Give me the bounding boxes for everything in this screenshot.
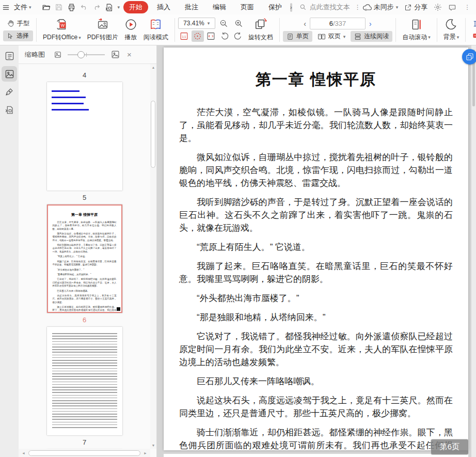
share-button[interactable]: 分享: [404, 3, 427, 12]
slider-handle[interactable]: [77, 51, 85, 58]
sync-status-button[interactable]: 未同步 ▾: [362, 3, 399, 12]
next-page-button[interactable]: ›: [366, 20, 375, 28]
single-page-view-button[interactable]: 单页: [283, 31, 312, 42]
thumbnails-panel-title: 缩略图: [25, 50, 45, 59]
save-button[interactable]: [53, 2, 65, 12]
file-menu[interactable]: 文件 ▾: [12, 2, 34, 13]
fit-width-button[interactable]: [205, 30, 217, 42]
document-page-7-edge: [164, 454, 468, 457]
close-panel-button[interactable]: ×: [127, 50, 132, 59]
toc-link: [52, 109, 89, 111]
thumbnails-icon: [5, 69, 14, 79]
actual-size-button[interactable]: 1:1: [178, 30, 191, 42]
paragraph: 我听到脚踏沙砾的声音，于是转过了身。沉默正望着一座会说话的巨石出神。这石头不久之…: [53, 244, 117, 254]
chevron-down-icon: ▾: [29, 5, 31, 10]
continuous-reading-label: 连续阅读: [364, 32, 389, 41]
pdf-to-office-button[interactable]: W PDF转Office▾: [40, 16, 84, 44]
scrollbar-thumb[interactable]: [151, 101, 155, 168]
auto-scroll-button[interactable]: 自动滚动▾: [399, 16, 434, 44]
tab-home[interactable]: 开始: [123, 1, 148, 13]
mini-page-body: 茫茫大漠，空气凝滞，如棱似镜。一队骑马人像是跟随时间静止了，虽能看见移动，却几乎…: [53, 221, 117, 312]
double-page-view-button[interactable]: 双页 ▾: [314, 31, 350, 42]
play-button[interactable]: 播放: [121, 16, 140, 44]
scroll-up-arrow-icon[interactable]: ▲: [150, 66, 156, 69]
chevron-down-icon: ▾: [78, 35, 81, 40]
outline-panel-button[interactable]: [2, 48, 17, 64]
undo-icon: [80, 3, 88, 11]
double-page-icon: [318, 33, 326, 40]
auto-scroll-label: 自动滚动: [402, 33, 427, 42]
thumbnail-horizontal-scrollbar[interactable]: ◄ ►: [19, 449, 150, 457]
more-options-kebab-icon[interactable]: ⋮: [463, 4, 472, 11]
fit-page-button[interactable]: [192, 30, 204, 42]
tab-protect[interactable]: 保护: [263, 1, 288, 13]
tabs-overflow-button[interactable]: ›: [290, 3, 292, 12]
zoom-level-select[interactable]: 73.41% ▾: [178, 18, 215, 29]
book-icon: [149, 18, 163, 31]
scroll-right-arrow-icon[interactable]: ►: [140, 451, 150, 455]
thumbnail-page-6-current[interactable]: 第一章 惶悚平原 茫茫大漠，空气凝滞，如棱似镜。一队骑马人像是跟随时间静止了，虽…: [47, 204, 122, 313]
page-number-input[interactable]: 6 /337: [310, 18, 366, 29]
pdf-to-image-button[interactable]: PDF转图片: [84, 16, 121, 44]
reading-mode-button[interactable]: 阅读模式: [140, 16, 171, 44]
tab-insert[interactable]: 插入: [151, 1, 176, 13]
thumbnails-panel-button[interactable]: [2, 66, 17, 82]
floating-convert-button[interactable]: [462, 49, 476, 65]
annotations-panel-button[interactable]: [2, 84, 17, 100]
thumbnail-vertical-scrollbar[interactable]: ▲ ▼: [150, 64, 156, 449]
background-button[interactable]: 背景▾: [440, 16, 463, 44]
thumbnail-page-5[interactable]: [47, 82, 122, 191]
paragraph: 骑士们渐渐靠近，却仍相距甚远。都怪紧绷的神经作祟。眼下，黑色佣兵团所面临的艰难处…: [53, 306, 117, 312]
redo-button[interactable]: [90, 2, 103, 12]
open-file-button[interactable]: [40, 2, 53, 13]
print-button[interactable]: [65, 2, 78, 13]
main-menu-button[interactable]: [0, 3, 12, 12]
paragraph: 巨石那儿又传来一阵咯咯嘲讽。: [53, 290, 117, 293]
thumbnail-size-slider[interactable]: [68, 51, 105, 58]
background-label: 背景: [443, 33, 456, 41]
titlebar-right-group: 未同步 ▾ 分享 ⋮ ∧: [362, 3, 476, 12]
divider: [36, 18, 37, 42]
mini-page-title: 第一章 惶悚平原: [53, 212, 117, 217]
tab-edit[interactable]: 编辑: [207, 1, 232, 13]
moon-icon: [445, 18, 457, 30]
scroll-down-arrow-icon[interactable]: ▼: [150, 444, 156, 447]
tab-comment[interactable]: 批注: [179, 1, 204, 13]
select-tool-button[interactable]: 选择: [3, 30, 33, 41]
feedback-button[interactable]: [448, 4, 456, 11]
hand-tool-button[interactable]: 手型: [3, 18, 33, 29]
undo-button[interactable]: [78, 2, 90, 12]
mini-page-6: 第一章 惶悚平原 茫茫大漠，空气凝滞，如棱似镜。一队骑马人像是跟随时间静止了，虽…: [48, 206, 121, 312]
thumb-label-6-current: 6: [83, 316, 86, 324]
previous-page-button[interactable]: ‹: [300, 20, 310, 28]
export-panel-button[interactable]: [2, 102, 17, 118]
thumbnail-list: 4 5 第一章 惶悚平原 茫茫大漠，空气凝滞，如棱似镜。一队骑马人像是跟随时间静…: [19, 64, 150, 449]
export-button[interactable]: [103, 2, 116, 13]
scroll-left-arrow-icon[interactable]: ◄: [19, 451, 28, 455]
rotate-document-button[interactable]: 旋转文档: [245, 16, 276, 44]
rotate-left-button[interactable]: [218, 30, 231, 42]
quick-tools-chevron[interactable]: ▾: [116, 4, 122, 11]
scrollbar-thumb[interactable]: [28, 450, 140, 456]
cloud-sync-icon: [362, 4, 372, 11]
document-vertical-scrollbar[interactable]: [471, 45, 476, 457]
zoom-in-button[interactable]: [233, 18, 245, 29]
full-translate-button[interactable]: A 全文翻译: [469, 30, 476, 41]
convert-doc-icon: [466, 53, 474, 61]
document-view[interactable]: 第一章 惶悚平原 茫茫大漠，空气凝滞，如棱似镜。一队骑马人像是跟随时间静止了，虽…: [157, 45, 476, 457]
rotate-ccw-icon: [220, 32, 229, 40]
printer-icon: [67, 3, 76, 12]
settings-button[interactable]: [434, 3, 442, 11]
thumbnail-page-7[interactable]: [47, 327, 122, 435]
continuous-reading-button[interactable]: 连续阅读: [351, 31, 392, 42]
gear-icon: [434, 3, 442, 11]
sidebar-icon-strip: [0, 45, 19, 457]
find-text-box[interactable]: 点此查找文本 ⋮: [299, 3, 362, 12]
word-translate-button[interactable]: 划词翻译: [469, 18, 476, 29]
tab-page[interactable]: 页面: [235, 1, 260, 13]
zoom-out-button[interactable]: [218, 18, 230, 29]
zoom-out-icon: [219, 19, 228, 28]
document-page-6[interactable]: 第一章 惶悚平原 茫茫大漠，空气凝滞，如棱似镜。一队骑马人像是跟随时间静止了，虽…: [164, 48, 468, 450]
search-options-kebab-icon[interactable]: ⋮: [353, 4, 362, 11]
rotate-right-button[interactable]: [232, 30, 244, 42]
